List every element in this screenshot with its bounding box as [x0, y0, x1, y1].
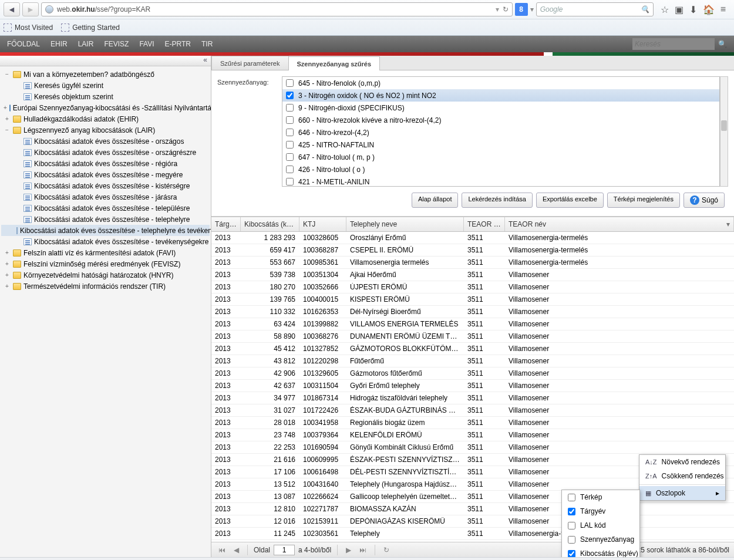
- columns-submenu[interactable]: ▦Oszlopok▸: [639, 486, 725, 500]
- reload-icon[interactable]: ↻: [503, 5, 509, 14]
- column-toggle[interactable]: Tárgyév: [562, 504, 639, 518]
- expand-icon[interactable]: +: [4, 261, 11, 267]
- pollutant-item[interactable]: 9 - Nitrogén-dioxid (SPECIFIKUS): [282, 102, 719, 114]
- address-bar[interactable]: web.okir.hu/sse/?group=KAR ▾ ↻: [41, 2, 513, 16]
- pollutant-item[interactable]: 647 - Nitro-toluol ( m, p ): [282, 151, 719, 163]
- bookmark-getting-started[interactable]: Getting Started: [61, 23, 120, 32]
- expand-icon[interactable]: −: [4, 71, 11, 77]
- table-row[interactable]: 201312 810102271787BIOMASSZA KAZÁN3511Vi…: [211, 503, 734, 515]
- collapse-handle[interactable]: «: [0, 56, 211, 66]
- table-row[interactable]: 201328 018100341958Regionális biogáz üze…: [211, 417, 734, 429]
- column-checkbox[interactable]: [568, 536, 575, 544]
- tree-item[interactable]: +Európai Szennyezőanyag-kibocsátási és -…: [1, 102, 210, 113]
- tab-pollutant-filter[interactable]: Szennyezőanyag szűrés: [288, 56, 381, 70]
- last-page[interactable]: ⏭: [357, 545, 369, 555]
- table-row[interactable]: 201343 812101220298Fűtőerőmű3511Villamos…: [211, 355, 734, 367]
- tree-item[interactable]: +Természetvédelmi információs rendszer (…: [1, 281, 210, 292]
- sort-asc[interactable]: A↓ZNövekvő rendezés: [639, 455, 725, 469]
- expand-icon[interactable]: +: [4, 104, 7, 111]
- nav-item[interactable]: E-PRTR: [165, 40, 191, 48]
- tree-item[interactable]: Kibocsátási adatok éves összesítése - já…: [1, 191, 210, 203]
- sort-desc[interactable]: Z↑ACsökkenő rendezés: [639, 469, 725, 483]
- expand-icon[interactable]: +: [4, 116, 11, 122]
- tree-item[interactable]: Kibocsátási adatok éves összesítése - te…: [1, 203, 210, 214]
- table-row[interactable]: 20131 283 293100328605Oroszlányi Erőmű35…: [211, 232, 734, 244]
- table-row[interactable]: 2013553 667100985361Villamosenergia term…: [211, 257, 734, 269]
- pollutant-item[interactable]: 425 - NITRO-NAFTALIN: [282, 139, 719, 151]
- pollutant-checkbox[interactable]: [286, 92, 294, 99]
- prev-page[interactable]: ◀: [231, 545, 241, 555]
- table-row[interactable]: 201323 748100379364KELENFÖLDI ERŐMŰ3511V…: [211, 429, 734, 441]
- table-row[interactable]: 201322 253101690594Gönyűi Kombinált Cikl…: [211, 441, 734, 454]
- nav-item[interactable]: LAIR: [78, 40, 94, 48]
- expand-icon[interactable]: +: [4, 249, 11, 256]
- col-teaor-code[interactable]: TEAOR kód: [464, 217, 505, 231]
- refresh-grid[interactable]: ↻: [381, 545, 392, 555]
- tree-item[interactable]: Kibocsátási adatok éves összesítése - te…: [1, 236, 210, 247]
- table-row[interactable]: 201363 424101399882VILLAMOS ENERGIA TERM…: [211, 318, 734, 330]
- query-button[interactable]: Lekérdezés indítása: [462, 193, 532, 208]
- reset-button[interactable]: Alap állapot: [412, 193, 459, 208]
- tree-item[interactable]: Keresés objektum szerint: [1, 91, 210, 102]
- col-site-name[interactable]: Telephely neve: [346, 217, 464, 231]
- columns-menu[interactable]: TérképTárgyévLAL kódSzennyezőanyagKibocs…: [561, 490, 640, 557]
- table-row[interactable]: 201345 412101327852GÁZMOTOROS BLOKKFŰTŐM…: [211, 343, 734, 355]
- pollutant-checkbox[interactable]: [286, 178, 294, 185]
- column-checkbox[interactable]: [568, 508, 575, 515]
- bookmark-most-visited[interactable]: Most Visited: [4, 23, 53, 32]
- expand-icon[interactable]: −: [4, 127, 11, 133]
- table-row[interactable]: 2013139 765100400015KISPESTI ERŐMŰ3511Vi…: [211, 294, 734, 306]
- table-row[interactable]: 2013659 417100368287CSEPEL II. ERŐMŰ3511…: [211, 244, 734, 257]
- tab-filter-params[interactable]: Szűrési paraméterek: [211, 56, 289, 70]
- table-row[interactable]: 2013180 270100352666ÚJPESTI ERŐMŰ3511Vil…: [211, 281, 734, 294]
- pollutant-item[interactable]: 660 - Nitro-krezolok kivéve a nitro-krez…: [282, 114, 719, 126]
- table-row[interactable]: 201342 906101329605Gázmotoros fűtőerőmű3…: [211, 367, 734, 380]
- home-icon[interactable]: 🏠: [703, 4, 715, 15]
- pollutant-item[interactable]: 421 - N-METIL-ANILIN: [282, 176, 719, 187]
- col-teaor-name[interactable]: TEAOR név ▾: [505, 217, 734, 231]
- page-input[interactable]: [274, 545, 295, 555]
- tree-item[interactable]: +Hulladékgazdálkodási adatok (EHIR): [1, 113, 210, 124]
- nav-item[interactable]: EHIR: [50, 40, 68, 48]
- pollutant-item[interactable]: 426 - Nitro-toluol ( o ): [282, 163, 719, 176]
- download-icon[interactable]: ⬇: [689, 4, 697, 15]
- menu-icon[interactable]: ≡: [720, 4, 726, 15]
- first-page[interactable]: ⏮: [216, 545, 228, 555]
- nav-item[interactable]: TIR: [201, 40, 213, 48]
- column-checkbox[interactable]: [568, 550, 575, 558]
- column-toggle[interactable]: Kibocsátás (kg/év): [562, 546, 639, 557]
- search-icon[interactable]: 🔍: [641, 5, 649, 14]
- table-row[interactable]: 201312 016102153911DEPÓNIAGÁZAS KISERŐMŰ…: [211, 515, 734, 528]
- col-emission[interactable]: Kibocsátás (kg/év...: [241, 217, 299, 231]
- table-row[interactable]: 2013110 332101626353Dél-Nyírségi Bioerőm…: [211, 306, 734, 318]
- tree-item[interactable]: −Mi van a környezetemben? adatböngésző: [1, 69, 210, 80]
- expand-icon[interactable]: +: [4, 283, 11, 289]
- tree-item[interactable]: Kibocsátási adatok éves összesítése - te…: [1, 214, 210, 225]
- table-row[interactable]: 2013539 738100351304Ajkai Hőerőmű3511Vil…: [211, 269, 734, 281]
- col-year[interactable]: Tárgyév: [211, 217, 241, 231]
- column-menu-trigger[interactable]: ▾: [726, 220, 730, 228]
- pollutant-checkbox[interactable]: [286, 153, 294, 161]
- map-button[interactable]: Térképi megjelenítés: [607, 193, 680, 208]
- tree-item[interactable]: +Környezetvédelmi hatósági határozatok (…: [1, 269, 210, 281]
- next-page[interactable]: ▶: [344, 545, 353, 555]
- tree-item[interactable]: Kibocsátási adatok éves összesítése - or…: [1, 147, 210, 158]
- help-button[interactable]: ?Súgó: [684, 193, 725, 208]
- pollutant-checkbox[interactable]: [286, 129, 294, 136]
- nav-item[interactable]: FŐOLDAL: [7, 40, 40, 48]
- column-toggle[interactable]: Szennyezőanyag: [562, 532, 639, 546]
- nav-item[interactable]: FEVISZ: [104, 40, 129, 48]
- table-row[interactable]: 201342 637100311504Győri Erőmű telephely…: [211, 380, 734, 392]
- tree-item[interactable]: +Felszíni vízminőség mérési eredmények (…: [1, 258, 210, 269]
- grid-header[interactable]: Tárgyév Kibocsátás (kg/év... KTJ Telephe…: [211, 217, 734, 232]
- dropdown-icon[interactable]: ▾: [496, 5, 499, 14]
- column-checkbox[interactable]: [568, 494, 575, 501]
- export-button[interactable]: Exportálás excelbe: [536, 193, 604, 208]
- pollutant-item[interactable]: 646 - Nitro-krezol-(4,2): [282, 126, 719, 139]
- tree-item[interactable]: +Felszín alatti víz és kármentesítési ad…: [1, 247, 210, 258]
- search-icon[interactable]: 🔍: [718, 40, 727, 48]
- tree-item[interactable]: Kibocsátási adatok éves összesítése - ré…: [1, 158, 210, 169]
- expand-icon[interactable]: +: [4, 272, 11, 278]
- forward-button[interactable]: ►: [22, 2, 39, 16]
- pollutant-checkbox[interactable]: [286, 104, 294, 112]
